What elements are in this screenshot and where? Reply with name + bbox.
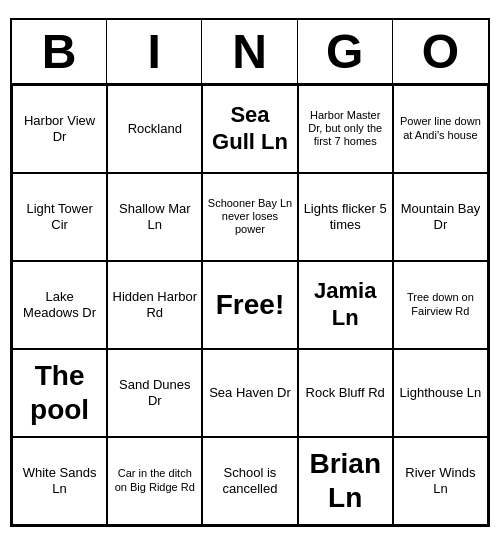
bingo-cell-7: Schooner Bay Ln never loses power [202,173,297,261]
bingo-header: BINGO [12,20,488,85]
bingo-header-B: B [12,20,107,83]
bingo-header-G: G [298,20,393,83]
bingo-cell-3: Harbor Master Dr, but only the first 7 h… [298,85,393,173]
bingo-cell-14: Tree down on Fairview Rd [393,261,488,349]
bingo-cell-6: Shallow Mar Ln [107,173,202,261]
bingo-cell-15: The pool [12,349,107,437]
bingo-cell-21: Car in the ditch on Big Ridge Rd [107,437,202,525]
bingo-header-I: I [107,20,202,83]
bingo-cell-10: Lake Meadows Dr [12,261,107,349]
bingo-cell-11: Hidden Harbor Rd [107,261,202,349]
bingo-cell-4: Power line down at Andi's house [393,85,488,173]
bingo-cell-19: Lighthouse Ln [393,349,488,437]
bingo-cell-24: River Winds Ln [393,437,488,525]
bingo-cell-12: Free! [202,261,297,349]
bingo-cell-2: Sea Gull Ln [202,85,297,173]
bingo-cell-17: Sea Haven Dr [202,349,297,437]
bingo-header-O: O [393,20,488,83]
bingo-grid: Harbor View DrRocklandSea Gull LnHarbor … [12,85,488,525]
bingo-cell-13: Jamia Ln [298,261,393,349]
bingo-cell-22: School is cancelled [202,437,297,525]
bingo-cell-20: White Sands Ln [12,437,107,525]
bingo-cell-9: Mountain Bay Dr [393,173,488,261]
bingo-cell-18: Rock Bluff Rd [298,349,393,437]
bingo-cell-0: Harbor View Dr [12,85,107,173]
bingo-cell-8: Lights flicker 5 times [298,173,393,261]
bingo-cell-23: Brian Ln [298,437,393,525]
bingo-cell-16: Sand Dunes Dr [107,349,202,437]
bingo-card: BINGO Harbor View DrRocklandSea Gull LnH… [10,18,490,527]
bingo-cell-5: Light Tower Cir [12,173,107,261]
bingo-cell-1: Rockland [107,85,202,173]
bingo-header-N: N [202,20,297,83]
